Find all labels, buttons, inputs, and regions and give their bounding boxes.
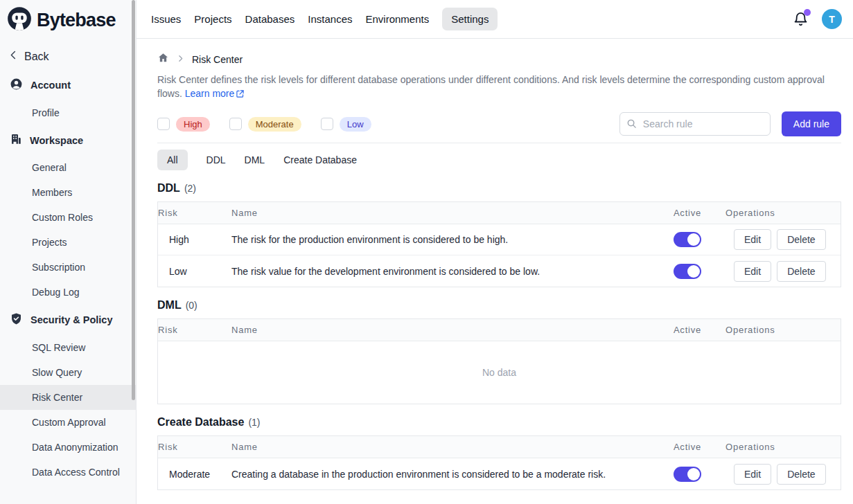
delete-button[interactable]: Delete xyxy=(777,261,825,282)
edit-button[interactable]: Edit xyxy=(734,464,771,485)
risk-column-header: Risk xyxy=(158,202,231,224)
page-title: Risk Center xyxy=(192,54,243,65)
home-icon[interactable] xyxy=(157,52,169,66)
moderate-risk-badge[interactable]: Moderate xyxy=(248,117,301,132)
filter-low: Low xyxy=(321,117,371,132)
toolbar-divider xyxy=(157,143,841,143)
nav-instances[interactable]: Instances xyxy=(308,8,352,30)
back-button[interactable]: Back xyxy=(0,40,136,70)
main-area: Issues Projects Databases Instances Envi… xyxy=(137,0,853,504)
nav-databases[interactable]: Databases xyxy=(245,8,295,30)
topnav-items: Issues Projects Databases Instances Envi… xyxy=(151,8,498,30)
high-risk-badge[interactable]: High xyxy=(176,117,210,132)
sidebar-group-account: Account xyxy=(0,70,136,100)
sidebar-item-members[interactable]: Members xyxy=(0,180,136,205)
low-risk-badge[interactable]: Low xyxy=(340,117,371,132)
settings-sidebar: Bytebase Back Account Profile Workspace xyxy=(0,0,137,504)
risk-value: High xyxy=(158,234,231,245)
sidebar-item-data-anonymization[interactable]: Data Anonymization xyxy=(0,435,136,460)
table-header-row: Risk Name Active Operations xyxy=(158,319,841,341)
dml-rules-table: Risk Name Active Operations No data xyxy=(157,318,841,404)
section-count: (1) xyxy=(248,417,260,428)
sidebar-item-projects[interactable]: Projects xyxy=(0,230,136,255)
active-toggle[interactable] xyxy=(674,467,701,482)
sidebar-group-label: Security & Policy xyxy=(30,314,112,325)
tab-dml[interactable]: DML xyxy=(245,150,265,170)
risk-column-header: Risk xyxy=(158,319,231,341)
section-title: Create Database xyxy=(157,416,244,429)
nav-environments[interactable]: Environments xyxy=(365,8,429,30)
nav-issues[interactable]: Issues xyxy=(151,8,181,30)
breadcrumb: Risk Center xyxy=(157,52,841,66)
learn-more-link[interactable]: Learn more xyxy=(185,88,245,99)
nav-projects[interactable]: Projects xyxy=(194,8,231,30)
learn-more-label: Learn more xyxy=(185,88,235,99)
sidebar-item-custom-approval[interactable]: Custom Approval xyxy=(0,410,136,435)
sidebar-item-risk-center[interactable]: Risk Center xyxy=(0,385,136,410)
tab-create-database[interactable]: Create Database xyxy=(283,150,357,170)
edit-button[interactable]: Edit xyxy=(734,261,771,282)
sidebar-item-general[interactable]: General xyxy=(0,155,136,180)
sidebar-item-custom-roles[interactable]: Custom Roles xyxy=(0,205,136,230)
sidebar-item-profile[interactable]: Profile xyxy=(0,100,136,125)
sidebar-group-workspace: Workspace xyxy=(0,125,136,155)
empty-state: No data xyxy=(158,341,841,404)
edit-button[interactable]: Edit xyxy=(734,229,771,250)
delete-button[interactable]: Delete xyxy=(777,464,825,485)
tab-ddl[interactable]: DDL xyxy=(206,150,226,170)
chevron-left-icon xyxy=(8,50,19,63)
low-checkbox[interactable] xyxy=(321,118,333,130)
operations-column-header: Operations xyxy=(726,202,841,224)
active-column-header: Active xyxy=(649,319,726,341)
building-icon xyxy=(10,133,22,147)
sidebar-item-slow-query[interactable]: Slow Query xyxy=(0,360,136,385)
sidebar-item-debug-log[interactable]: Debug Log xyxy=(0,280,136,305)
risk-center-content: Risk Center Risk Center defines the risk… xyxy=(137,39,853,504)
notification-dot xyxy=(804,9,811,16)
section-count: (2) xyxy=(184,183,196,194)
tab-all[interactable]: All xyxy=(157,150,188,170)
filter-high: High xyxy=(157,117,210,132)
dml-section-heading: DML (0) xyxy=(157,299,841,312)
table-header-row: Risk Name Active Operations xyxy=(158,202,841,224)
user-avatar[interactable]: T xyxy=(822,9,842,29)
sidebar-item-subscription[interactable]: Subscription xyxy=(0,255,136,280)
notification-bell-button[interactable] xyxy=(793,11,809,28)
user-circle-icon xyxy=(10,78,23,93)
filter-moderate: Moderate xyxy=(229,117,301,132)
filter-toolbar: High Moderate Low Add rule xyxy=(157,111,841,136)
name-column-header: Name xyxy=(231,436,649,458)
active-toggle[interactable] xyxy=(674,264,701,279)
active-column-header: Active xyxy=(649,436,726,458)
high-checkbox[interactable] xyxy=(157,118,170,130)
search-icon xyxy=(626,118,637,132)
top-navigation: Issues Projects Databases Instances Envi… xyxy=(137,0,853,39)
rule-name: The risk value for the development envir… xyxy=(231,266,649,277)
name-column-header: Name xyxy=(231,319,649,341)
shield-check-icon xyxy=(10,312,23,327)
table-row: Moderate Creating a database in the prod… xyxy=(158,458,841,489)
sidebar-item-data-access-control[interactable]: Data Access Control xyxy=(0,460,136,485)
page-description-text: Risk Center defines the risk levels for … xyxy=(157,74,825,99)
sidebar-item-sql-review[interactable]: SQL Review xyxy=(0,335,136,360)
section-count: (0) xyxy=(186,300,197,311)
search-rule-input[interactable] xyxy=(619,112,771,136)
create-database-section-heading: Create Database (1) xyxy=(157,416,841,429)
moderate-checkbox[interactable] xyxy=(229,118,242,130)
external-link-icon xyxy=(234,88,245,99)
rule-name: The risk for the production environment … xyxy=(231,234,649,245)
delete-button[interactable]: Delete xyxy=(777,229,825,250)
nav-settings[interactable]: Settings xyxy=(442,8,498,30)
category-tabs: All DDL DML Create Database xyxy=(157,150,841,170)
back-label: Back xyxy=(24,51,49,63)
brand-wordmark: Bytebase xyxy=(37,10,116,31)
active-toggle[interactable] xyxy=(674,232,701,247)
rule-name: Creating a database in the production en… xyxy=(231,469,649,480)
topnav-right: T xyxy=(793,9,842,29)
sidebar-group-security-policy: Security & Policy xyxy=(0,305,136,335)
brand-logo[interactable]: Bytebase xyxy=(0,0,136,40)
section-title: DML xyxy=(157,299,182,312)
add-rule-button[interactable]: Add rule xyxy=(782,111,841,136)
sidebar-group-label: Account xyxy=(30,80,71,91)
sidebar-scrollbar[interactable] xyxy=(132,0,135,400)
